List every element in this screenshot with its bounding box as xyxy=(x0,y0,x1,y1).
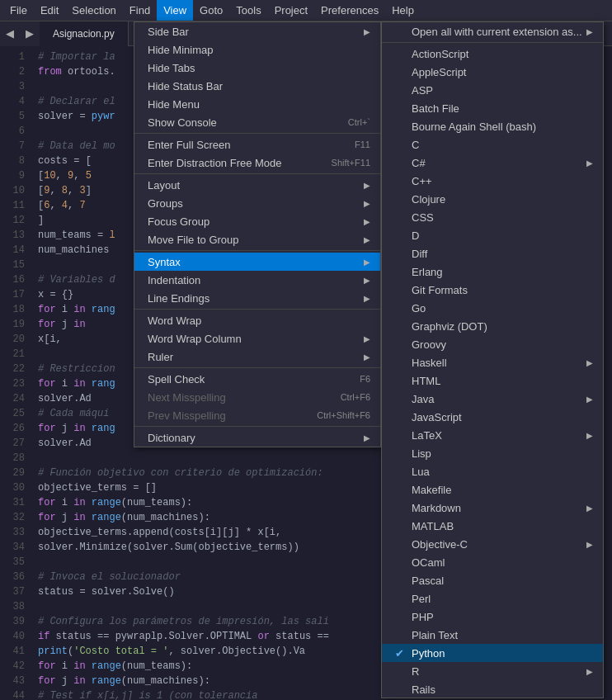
line-number: 25 xyxy=(0,406,25,421)
menu-separator xyxy=(134,309,380,310)
syntax-menu-item[interactable]: C#▶ xyxy=(382,154,603,172)
syntax-menu-item[interactable]: Git Formats xyxy=(382,281,603,299)
syntax-menu-item[interactable]: Bourne Again Shell (bash) xyxy=(382,117,603,135)
view-menu-item[interactable]: Dictionary▶ xyxy=(134,428,380,447)
menu-goto[interactable]: Goto xyxy=(193,0,229,21)
line-number: 20 xyxy=(0,332,25,347)
line-number: 32 xyxy=(0,510,25,525)
syntax-menu-item[interactable]: Objective-C▶ xyxy=(382,535,603,553)
view-menu-item[interactable]: Spell CheckF6 xyxy=(134,370,380,388)
tab-next-arrow[interactable]: ▶ xyxy=(20,21,40,46)
syntax-item-label: C xyxy=(412,139,593,151)
syntax-item-label: Batch File xyxy=(412,102,593,115)
syntax-menu-item[interactable]: C xyxy=(382,135,603,154)
view-menu-item[interactable]: Syntax▶ xyxy=(134,253,380,271)
syntax-menu-item[interactable]: ✔Python xyxy=(382,644,603,662)
syntax-menu-item[interactable]: Rails xyxy=(382,680,603,698)
syntax-menu-item[interactable]: AppleScript xyxy=(382,63,603,81)
syntax-menu-item[interactable]: Java▶ xyxy=(382,390,603,408)
menu-view[interactable]: View xyxy=(157,0,193,21)
syntax-menu-item[interactable]: ASP xyxy=(382,81,603,99)
syntax-menu-item[interactable]: D xyxy=(382,226,603,244)
view-menu-item[interactable]: Show ConsoleCtrl+` xyxy=(134,113,380,131)
menu-item-label: Prev Misspelling xyxy=(148,409,226,422)
syntax-item-label: Git Formats xyxy=(412,284,593,296)
menu-project[interactable]: Project xyxy=(268,0,314,21)
view-menu-item[interactable]: Line Endings▶ xyxy=(134,289,380,307)
menu-item-label: Groups xyxy=(148,197,183,210)
line-number: 24 xyxy=(0,391,25,406)
syntax-menu-item[interactable]: Plain Text xyxy=(382,626,603,644)
line-number: 23 xyxy=(0,376,25,391)
line-number: 17 xyxy=(0,287,25,302)
syntax-menu-item[interactable]: Batch File xyxy=(382,99,603,117)
menu-separator xyxy=(134,173,380,174)
syntax-menu-item[interactable]: Groovy xyxy=(382,335,603,353)
tab-prev-arrow[interactable]: ◀ xyxy=(0,21,20,46)
syntax-arrow-icon: ▶ xyxy=(586,431,593,440)
view-menu-item[interactable]: Side Bar▶ xyxy=(134,22,380,40)
tab-asignacion[interactable]: Asignacion.py xyxy=(40,21,129,46)
menu-selection[interactable]: Selection xyxy=(65,0,122,21)
view-menu-item[interactable]: Enter Full ScreenF11 xyxy=(134,135,380,154)
view-menu-item[interactable]: Indentation▶ xyxy=(134,271,380,289)
syntax-menu-item[interactable]: Clojure xyxy=(382,190,603,208)
syntax-menu-item[interactable]: ActionScript xyxy=(382,45,603,63)
syntax-menu-item[interactable]: Haskell▶ xyxy=(382,353,603,371)
syntax-arrow-icon: ▶ xyxy=(586,504,593,513)
menu-file[interactable]: File xyxy=(3,0,34,21)
view-menu-item[interactable]: Word Wrap Column▶ xyxy=(134,329,380,348)
line-number: 2 xyxy=(0,64,25,79)
view-menu-item[interactable]: Hide Tabs xyxy=(134,59,380,77)
view-menu-item[interactable]: Enter Distraction Free ModeShift+F11 xyxy=(134,154,380,172)
syntax-item-label: Markdown xyxy=(412,502,586,514)
view-menu-item[interactable]: Hide Minimap xyxy=(134,40,380,59)
menu-item-label: Side Bar xyxy=(148,26,189,38)
syntax-menu-item[interactable]: Diff xyxy=(382,244,603,262)
syntax-menu-item[interactable]: R▶ xyxy=(382,662,603,680)
syntax-menu-item[interactable]: Open all with current extension as...▶ xyxy=(382,22,603,40)
line-number: 10 xyxy=(0,183,25,198)
syntax-menu-item[interactable]: PHP xyxy=(382,608,603,626)
line-number: 13 xyxy=(0,228,25,243)
syntax-menu-item[interactable]: MATLAB xyxy=(382,517,603,535)
syntax-menu-item[interactable]: C++ xyxy=(382,172,603,190)
syntax-item-label: MATLAB xyxy=(412,520,593,532)
syntax-menu-item[interactable]: Lua xyxy=(382,462,603,480)
view-menu-item[interactable]: Groups▶ xyxy=(134,194,380,212)
line-number: 21 xyxy=(0,347,25,362)
view-menu-item[interactable]: Hide Menu xyxy=(134,95,380,113)
syntax-menu-item[interactable]: JavaScript xyxy=(382,408,603,426)
view-menu-item[interactable]: Layout▶ xyxy=(134,176,380,194)
syntax-menu-item[interactable]: LaTeX▶ xyxy=(382,426,603,444)
menu-find[interactable]: Find xyxy=(123,0,157,21)
line-number: 36 xyxy=(0,570,25,584)
view-menu-item[interactable]: Focus Group▶ xyxy=(134,212,380,230)
syntax-menu-item[interactable]: OCaml xyxy=(382,553,603,571)
syntax-menu-item[interactable]: Graphviz (DOT) xyxy=(382,317,603,335)
view-menu-item[interactable]: Move File to Group▶ xyxy=(134,230,380,248)
syntax-menu-item[interactable]: Pascal xyxy=(382,571,603,589)
line-number: 35 xyxy=(0,555,25,570)
syntax-item-label: Pascal xyxy=(412,575,593,587)
menu-item-arrow: ▶ xyxy=(364,199,370,208)
line-number: 39 xyxy=(0,614,25,629)
syntax-item-label: Lua xyxy=(412,466,593,478)
menu-separator xyxy=(134,426,380,427)
menu-preferences[interactable]: Preferences xyxy=(314,0,385,21)
syntax-menu-item[interactable]: CSS xyxy=(382,208,603,226)
view-menu-item[interactable]: Word Wrap xyxy=(134,311,380,329)
syntax-menu-item[interactable]: Erlang xyxy=(382,262,603,281)
syntax-menu-item[interactable]: Go xyxy=(382,299,603,317)
menu-help[interactable]: Help xyxy=(385,0,421,21)
syntax-menu-item[interactable]: Markdown▶ xyxy=(382,499,603,517)
view-menu-item[interactable]: Ruler▶ xyxy=(134,348,380,366)
syntax-menu-item[interactable]: Perl xyxy=(382,589,603,608)
syntax-menu-item[interactable]: Lisp xyxy=(382,444,603,462)
view-menu-item[interactable]: Hide Status Bar xyxy=(134,77,380,95)
menu-tools[interactable]: Tools xyxy=(229,0,267,21)
syntax-menu-item[interactable]: HTML xyxy=(382,371,603,390)
syntax-menu-item[interactable]: Makefile xyxy=(382,480,603,499)
menu-edit[interactable]: Edit xyxy=(34,0,65,21)
menu-item-label: Dictionary xyxy=(148,432,195,444)
